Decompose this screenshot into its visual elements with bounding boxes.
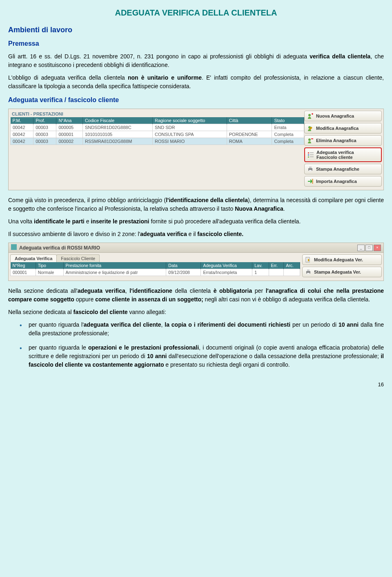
- page-title: ADEGUATA VERIFICA DELLA CLIENTELA: [8, 8, 384, 18]
- modifica-adeguata-button[interactable]: Modifica Adeguata Ver.: [302, 254, 382, 265]
- window-titlebar: Adeguata verifica di ROSSI MARIO _ □ ×: [9, 243, 383, 253]
- list-item: per quanto riguarda le operazioni e le p…: [20, 343, 384, 369]
- edit-user-icon: [307, 125, 314, 131]
- svg-rect-13: [307, 270, 310, 271]
- table-row[interactable]: 0004200003000002 RSSMRA81D02G888MROSSI M…: [11, 138, 304, 145]
- svg-point-0: [308, 114, 311, 116]
- paragraph: Una volta identificate le parti e inseri…: [8, 217, 384, 226]
- paragraph: L'obbligo di adeguata verifica della cli…: [8, 74, 384, 91]
- stampa-anagrafiche-button[interactable]: Stampa Anagrafiche: [304, 164, 382, 174]
- tab-fascicolo-cliente[interactable]: Fascicolo Cliente: [56, 254, 100, 262]
- print-icon: [305, 269, 312, 275]
- import-icon: [307, 178, 314, 185]
- table-row[interactable]: 000001NormaleAmministrazione e liquidazi…: [11, 269, 300, 276]
- modifica-anagrafica-button[interactable]: Modifica Anagrafica: [304, 123, 382, 134]
- app-icon: [11, 244, 17, 251]
- list-icon: [307, 151, 314, 158]
- heading-ambienti: Ambienti di lavoro: [8, 26, 384, 34]
- paragraph: Gli artt. 16 e ss. del D.Lgs. 21 novembr…: [8, 52, 384, 69]
- adeguata-table[interactable]: N°RegTipoPrestazione fornita DataAdeguat…: [10, 262, 300, 276]
- svg-rect-8: [309, 170, 312, 172]
- screenshot-clienti-prestazioni: Nuova Anagrafica Modifica Anagrafica Eli…: [8, 109, 384, 190]
- elimina-anagrafica-button[interactable]: Elimina Anagrafica: [304, 135, 382, 146]
- delete-user-icon: [307, 137, 314, 144]
- screenshot-adeguata-verifica-window: Adeguata verifica di ROSSI MARIO _ □ × M…: [8, 243, 384, 281]
- page-number: 16: [8, 381, 384, 388]
- importa-anagrafica-button[interactable]: Importa Anagrafica: [304, 176, 382, 187]
- table-row[interactable]: 0004200003000005 SNDSDR81D02G888CSND SDR…: [11, 124, 304, 131]
- paragraph: Nella sezione dedicata al fascicolo del …: [8, 308, 384, 316]
- svg-rect-9: [312, 179, 313, 184]
- svg-rect-3: [308, 152, 309, 154]
- paragraph: Come già visto in precedenza, il primo o…: [8, 196, 384, 213]
- svg-rect-5: [308, 156, 309, 158]
- tab-adeguata-verifica[interactable]: Adeguata Verifica: [10, 254, 57, 262]
- heading-premessa: Premessa: [8, 40, 384, 47]
- edit-icon: [305, 256, 312, 263]
- adeguata-verifica-fascicolo-button[interactable]: Adeguata verificaFascicolo cliente: [304, 147, 382, 162]
- clienti-table[interactable]: P.M.Prof.N°Ana Codice FiscaleRagione soc…: [10, 117, 304, 145]
- svg-rect-10: [11, 244, 17, 250]
- maximize-button[interactable]: □: [365, 245, 373, 251]
- svg-point-2: [308, 138, 311, 141]
- print-icon: [307, 166, 314, 172]
- add-user-icon: [307, 113, 314, 119]
- heading-adeguata-verifica: Adeguata verifica / fascicolo cliente: [8, 96, 384, 104]
- minimize-button[interactable]: _: [357, 245, 365, 251]
- paragraph: Nella sezione dedicata all'adeguata veri…: [8, 287, 384, 304]
- paragraph: Il successivo ambiente di lavoro e divis…: [8, 230, 384, 238]
- svg-rect-14: [307, 273, 310, 274]
- stampa-adeguata-button[interactable]: Stampa Adeguata Ver.: [302, 267, 382, 277]
- bullet-list: per quanto riguarda l'adeguata verifica …: [8, 321, 384, 369]
- table-row[interactable]: 0004200003000001 10101010105CONSULTING S…: [11, 131, 304, 138]
- svg-rect-7: [309, 167, 312, 168]
- svg-rect-4: [308, 154, 309, 156]
- close-button[interactable]: ×: [374, 245, 381, 251]
- nuova-anagrafica-button[interactable]: Nuova Anagrafica: [304, 111, 382, 121]
- list-item: per quanto riguarda l'adeguata verifica …: [20, 321, 384, 338]
